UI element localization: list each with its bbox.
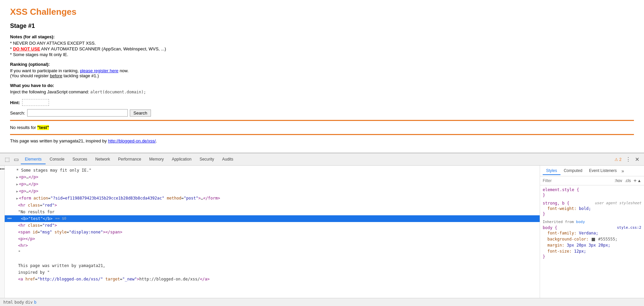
filter-pseudo-buttons: :hov .cls + xyxy=(614,178,637,184)
note2-rest: ANY AUTOMATED SCANNER (AppScan, WebInspe… xyxy=(40,46,166,51)
what-text: Inject the following JavaScript command: xyxy=(10,89,90,94)
dots-button[interactable]: ••• xyxy=(7,216,12,221)
subtab-more-button[interactable]: » xyxy=(622,168,624,174)
body-style-source[interactable]: style.css:2 xyxy=(617,225,641,230)
tab-security[interactable]: Security xyxy=(196,155,218,164)
tab-console[interactable]: Console xyxy=(46,155,68,164)
inspect-element-icon[interactable]: ⬚ xyxy=(3,155,12,164)
notes-section: Notes (for all stages): * NEVER DO ANY A… xyxy=(10,34,634,57)
elem-line: "No results for xyxy=(5,209,540,215)
devtools-toolbar: ⬚ ▭ Elements Console Sources Network Per… xyxy=(0,154,644,166)
register-link[interactable]: please register here xyxy=(80,68,118,73)
tab-elements[interactable]: Elements xyxy=(21,155,46,164)
style-rule: font-size: 12px; xyxy=(543,248,641,254)
device-toolbar-icon[interactable]: ▭ xyxy=(12,155,21,164)
cls-button[interactable]: .cls xyxy=(624,178,632,184)
hint-label: Hint: xyxy=(10,100,20,105)
style-selector-row: body { style.css:2 xyxy=(543,225,641,230)
selected-elem-line[interactable]: ••• <b>"test"</b> == $0 xyxy=(5,215,540,222)
style-close-brace: } xyxy=(543,193,641,198)
ranking-text4: tackling stage #1.) xyxy=(62,73,99,78)
devtools-close-button[interactable]: ✕ xyxy=(633,156,641,163)
footer-dot: . xyxy=(156,138,157,143)
ranking-before: before xyxy=(50,73,62,78)
note2-prefix: * xyxy=(10,46,13,51)
tab-sources[interactable]: Sources xyxy=(68,155,91,164)
ranking-line1: If you want to participate in ranking, p… xyxy=(10,68,634,73)
elem-line: inspired by " xyxy=(5,269,540,276)
tab-network[interactable]: Network xyxy=(91,155,114,164)
elem-line xyxy=(5,256,540,262)
search-input[interactable] xyxy=(27,109,128,117)
body-style-block: body { style.css:2 font-family: Verdana;… xyxy=(543,225,641,259)
elem-line[interactable]: ▶<form action="?sid=ef1198879423b415b29c… xyxy=(5,195,540,202)
no-results-prefix: No results for xyxy=(10,125,37,130)
style-close-brace: } xyxy=(543,254,641,259)
note3: * Some stages may fit only IE. xyxy=(10,52,634,57)
styles-panel: Styles Computed Event Listeners » :hov .… xyxy=(540,166,644,298)
left-gutter: ••• xyxy=(0,166,5,298)
note2-warning: DO NOT USE xyxy=(13,46,40,51)
style-selector-text: strong, b { xyxy=(543,201,569,206)
subtab-computed[interactable]: Computed xyxy=(560,167,586,175)
hint-box xyxy=(22,99,49,106)
styles-filter-input[interactable] xyxy=(543,178,614,183)
footer-text: This page was written by yamagata21, ins… xyxy=(10,138,634,143)
style-rule: font-weight: bold; xyxy=(543,206,641,212)
inherited-body-link[interactable]: body xyxy=(576,220,586,224)
devtools-breadcrumb: html body div b xyxy=(0,298,644,306)
styles-content: element.style { } strong, b { user agent… xyxy=(540,185,644,298)
breadcrumb-body[interactable]: body xyxy=(14,300,24,305)
elem-line[interactable]: ▶<p>…</p> xyxy=(5,188,540,195)
search-row: Search: Search xyxy=(10,109,634,117)
tab-performance[interactable]: Performance xyxy=(114,155,145,164)
elem-line[interactable]: <span id="msg" style="display:none"></sp… xyxy=(5,229,540,235)
elem-line[interactable]: <hr> xyxy=(5,242,540,249)
stage-title: Stage #1 xyxy=(10,23,634,30)
subtab-styles[interactable]: Styles xyxy=(543,167,560,175)
warning-badge[interactable]: ⚠ 2 xyxy=(614,157,622,162)
footer-prefix: This page was written by yamagata21, ins… xyxy=(10,138,108,143)
elem-line[interactable]: <hr class="red"> xyxy=(5,222,540,229)
devtools-panel: ⬚ ▭ Elements Console Sources Network Per… xyxy=(0,153,644,306)
style-close-brace: } xyxy=(543,212,641,216)
ranking-section: Ranking (optional): If you want to parti… xyxy=(10,62,634,78)
elem-line[interactable]: ▶<p>…</p> xyxy=(5,174,540,181)
style-selector-row: strong, b { user agent stylesheet xyxy=(543,201,641,206)
add-style-button[interactable]: + xyxy=(633,178,637,184)
search-button[interactable]: Search xyxy=(130,110,151,117)
styles-scroll-button[interactable]: ▲ xyxy=(637,178,641,183)
element-style-block: element.style { } xyxy=(543,187,641,198)
hov-button[interactable]: :hov xyxy=(614,178,623,184)
what-line: Inject the following JavaScript command:… xyxy=(10,89,634,94)
tab-application[interactable]: Application xyxy=(168,155,196,164)
notes-heading: Notes (for all stages): xyxy=(10,34,634,39)
elem-line[interactable]: ▶<p>…</p> xyxy=(5,181,540,188)
gutter-dots[interactable]: ••• xyxy=(0,166,5,172)
elem-line[interactable]: <p></p> xyxy=(5,235,540,242)
ranking-text1: If you want to participate in ranking, xyxy=(10,68,80,73)
ranking-text2: now. xyxy=(118,68,128,73)
no-results-term: "test" xyxy=(37,125,49,130)
tab-audits[interactable]: Audits xyxy=(218,155,237,164)
tab-memory[interactable]: Memory xyxy=(145,155,168,164)
style-rule: font-family: Verdana; xyxy=(543,230,641,236)
styles-subtabs: Styles Computed Event Listeners » xyxy=(540,166,644,176)
elem-line: " xyxy=(5,249,540,256)
elem-line[interactable]: <a href="http://blogged-on.de/xss/" targ… xyxy=(5,276,540,282)
what-code: alert(document.domain); xyxy=(90,90,146,94)
devtools-more-button[interactable]: ⋮ xyxy=(624,156,633,163)
main-page: XSS Challenges Stage #1 Notes (for all s… xyxy=(0,0,644,153)
elements-panel[interactable]: * Some stages may fit only IE." ▶<p>…</p… xyxy=(5,166,540,298)
breadcrumb-b[interactable]: b xyxy=(34,300,37,305)
breadcrumb-html[interactable]: html xyxy=(3,300,13,305)
note2: * DO NOT USE ANY AUTOMATED SCANNER (AppS… xyxy=(10,46,634,51)
what-section: What you have to do: Inject the followin… xyxy=(10,83,634,94)
hint-row: Hint: xyxy=(10,99,634,106)
breadcrumb-div[interactable]: div xyxy=(25,300,33,305)
footer-link[interactable]: http://blogged-on.de/xss/ xyxy=(108,138,156,143)
style-selector: element.style { xyxy=(543,187,641,192)
style-rule: margin: 3px 20px 3px 20px; xyxy=(543,242,641,248)
subtab-event-listeners[interactable]: Event Listeners xyxy=(586,167,620,175)
elem-line[interactable]: <hr class="red"> xyxy=(5,202,540,209)
